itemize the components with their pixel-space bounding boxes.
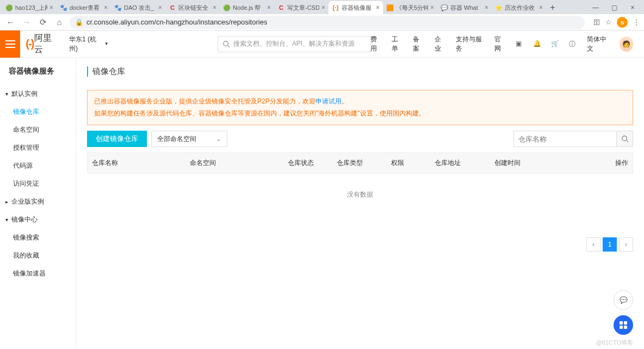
tab-close-icon[interactable]: × — [321, 4, 325, 11]
browser-tab[interactable]: 🟧《每天5分钟× — [383, 1, 437, 14]
url-input[interactable]: 🔒 cr.console.aliyun.com/cn-hangzhou/inst… — [70, 16, 585, 29]
cart-icon[interactable]: 🛒 — [551, 40, 559, 48]
svg-rect-5 — [624, 326, 627, 329]
tab-title: DAO 攻击_ — [124, 4, 156, 12]
nav-enterprise[interactable]: 企业 — [435, 35, 446, 53]
tab-close-icon[interactable]: × — [430, 4, 434, 11]
sidebar-group-default[interactable]: 默认实例 — [0, 85, 76, 103]
notification-icon[interactable]: 🔔 — [533, 40, 541, 48]
tab-title: 写文章-CSD — [287, 4, 319, 12]
sidebar-group-label: 镜像中心 — [11, 215, 38, 224]
page-prev-button[interactable]: ‹ — [586, 237, 600, 252]
tab-close-icon[interactable]: × — [49, 4, 53, 11]
home-button[interactable]: ⌂ — [53, 16, 65, 28]
sidebar-group-label: 企业版实例 — [11, 197, 44, 206]
window-close-icon[interactable]: × — [623, 1, 642, 14]
logo-bracket-icon: (-) — [26, 38, 33, 50]
sidebar-item-accelerator[interactable]: 镜像加速器 — [0, 265, 76, 283]
favicon: C — [169, 4, 176, 11]
search-placeholder: 搜索文档、控制台、API、解决方案和资源 — [233, 39, 355, 48]
nav-support[interactable]: 支持与服务 — [456, 35, 485, 53]
sidebar-group-image-center[interactable]: 镜像中心 — [0, 211, 76, 229]
reload-button[interactable]: ⟳ — [37, 16, 49, 28]
namespace-select[interactable]: 全部命名空间 ⌄ — [151, 131, 227, 147]
console-header: (-) 阿里云 华东1 (杭州) ▼ 搜索文档、控制台、API、解决方案和资源 … — [0, 30, 644, 58]
logo-text: 阿里云 — [34, 33, 58, 56]
browser-tab[interactable]: 🟢Node.js 帮× — [220, 1, 274, 14]
tab-close-icon[interactable]: × — [104, 4, 108, 11]
page-title: 镜像仓库 — [87, 66, 633, 77]
col-type: 仓库类型 — [332, 153, 387, 173]
global-search-input[interactable]: 搜索文档、控制台、API、解决方案和资源 — [218, 36, 370, 52]
browser-tab[interactable]: C区块链安全× — [165, 1, 220, 14]
apps-grid-icon — [619, 321, 628, 329]
user-avatar[interactable]: 🧑 — [620, 36, 633, 52]
tab-close-icon[interactable]: × — [267, 4, 271, 11]
tab-close-icon[interactable]: × — [376, 4, 380, 11]
sidebar-item-code-source[interactable]: 代码源 — [0, 157, 76, 175]
sidebar-item-favorites[interactable]: 我的收藏 — [0, 247, 76, 265]
table-header: 仓库名称 命名空间 仓库状态 仓库类型 权限 仓库地址 创建时间 操作 — [87, 152, 633, 174]
browser-tab[interactable]: 🟢hao123_上网× — [2, 1, 57, 14]
col-permission: 权限 — [387, 153, 430, 173]
notice-link[interactable]: 申请试用 — [315, 97, 342, 105]
table-empty-text: 没有数据 — [87, 174, 633, 216]
key-icon[interactable]: ⚿ — [593, 19, 600, 26]
help-icon[interactable]: ⓘ — [569, 40, 577, 48]
col-address: 仓库地址 — [430, 153, 490, 173]
tab-close-icon[interactable]: × — [485, 4, 488, 11]
favicon: [·] — [332, 4, 339, 11]
nav-icp[interactable]: 备案 — [413, 35, 424, 53]
logo[interactable]: (-) 阿里云 — [26, 33, 58, 56]
nav-home[interactable]: 官网 — [494, 35, 506, 53]
tab-close-icon[interactable]: × — [539, 4, 543, 11]
back-button[interactable]: ← — [4, 16, 16, 28]
sidebar-item-namespaces[interactable]: 命名空间 — [0, 121, 76, 139]
profile-badge[interactable]: s — [617, 17, 628, 28]
svg-point-0 — [223, 41, 228, 46]
chat-support-button[interactable]: 💬 — [614, 290, 633, 310]
nav-expenses[interactable]: 费用 — [370, 35, 382, 53]
page-next-button[interactable]: › — [619, 237, 633, 252]
window-maximize-icon[interactable]: ▢ — [605, 1, 623, 14]
menu-icon[interactable]: ⋮ — [633, 19, 640, 26]
language-selector[interactable]: 简体中文 — [587, 35, 610, 53]
tab-close-icon[interactable]: × — [213, 4, 216, 11]
sidebar-title: 容器镜像服务 — [0, 58, 76, 85]
region-selector[interactable]: 华东1 (杭州) ▼ — [69, 35, 109, 53]
sidebar-group-enterprise[interactable]: ▸企业版实例 — [0, 193, 76, 211]
sidebar-item-repositories[interactable]: 镜像仓库 — [0, 103, 76, 121]
sidebar-item-image-search[interactable]: 镜像搜索 — [0, 229, 76, 247]
svg-rect-2 — [620, 321, 623, 324]
favicon: 🟢 — [223, 4, 231, 11]
repo-name-filter-input[interactable] — [513, 131, 617, 147]
sidebar-item-credentials[interactable]: 访问凭证 — [0, 175, 76, 193]
svg-rect-3 — [624, 321, 627, 324]
nav-tickets[interactable]: 工单 — [392, 35, 403, 53]
tab-close-icon[interactable]: × — [158, 4, 162, 11]
menu-toggle-button[interactable] — [0, 30, 20, 58]
create-repo-button[interactable]: 创建镜像仓库 — [87, 131, 147, 147]
browser-tab[interactable]: 💬容器 What× — [437, 1, 492, 14]
browser-tab-active[interactable]: [·]容器镜像服× — [329, 1, 383, 14]
col-repo-name: 仓库名称 — [88, 153, 185, 173]
new-tab-button[interactable]: + — [546, 1, 559, 14]
apps-launcher-button[interactable] — [614, 315, 633, 335]
toolbar: 创建镜像仓库 全部命名空间 ⌄ — [87, 131, 633, 147]
select-value: 全部命名空间 — [157, 134, 196, 144]
forward-button[interactable]: → — [21, 16, 33, 28]
sidebar-group-label: 默认实例 — [11, 89, 38, 99]
browser-tab[interactable]: ⭐历次作业收× — [492, 1, 546, 14]
browser-tab[interactable]: 🐾docker查看× — [57, 1, 111, 14]
notice-text: 。 — [342, 97, 348, 105]
window-minimize-icon[interactable]: — — [586, 1, 605, 14]
browser-tab[interactable]: 🐾DAO 攻击_× — [111, 1, 165, 14]
svg-rect-4 — [620, 326, 623, 329]
cloudshell-icon[interactable]: ▣ — [516, 40, 523, 48]
search-icon — [222, 40, 230, 48]
star-icon[interactable]: ☆ — [605, 19, 611, 26]
browser-tab[interactable]: C写文章-CSD× — [274, 1, 329, 14]
page-number-button[interactable]: 1 — [603, 237, 617, 252]
sidebar-item-authorization[interactable]: 授权管理 — [0, 139, 76, 157]
search-button[interactable] — [617, 131, 633, 147]
